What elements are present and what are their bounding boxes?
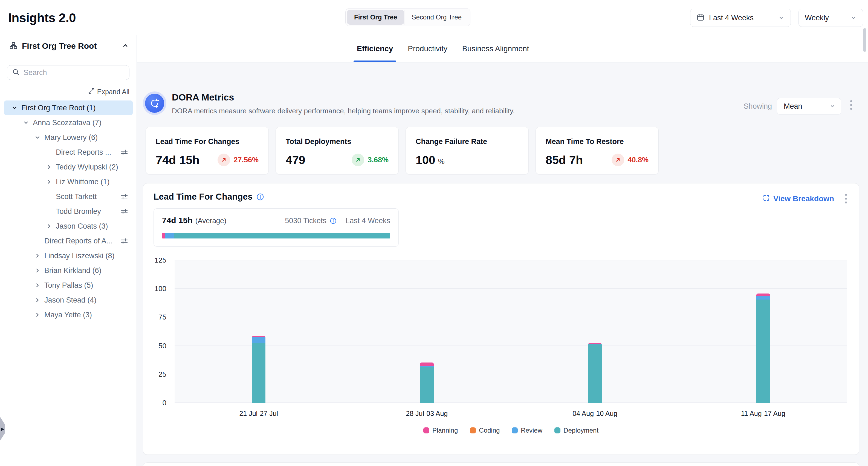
search-input[interactable] — [24, 68, 124, 77]
filter-sliders-icon[interactable] — [120, 207, 128, 215]
y-tick-label: 125 — [143, 256, 166, 264]
tree-item[interactable]: Scott Tarkett — [4, 189, 133, 204]
stacked-bar[interactable] — [588, 343, 602, 403]
chevron-icon[interactable] — [34, 312, 40, 318]
page-title: Insights 2.0 — [8, 10, 76, 25]
chevron-icon[interactable] — [34, 135, 40, 141]
legend-item-review[interactable]: Review — [512, 427, 542, 434]
tree-item-label: Direct Reports ... — [56, 148, 120, 156]
x-tick-label: 04 Aug-10 Aug — [572, 410, 617, 417]
tab-label: Efficiency — [357, 45, 393, 53]
date-range-dropdown[interactable]: Last 4 Weeks — [690, 9, 791, 27]
view-breakdown-label: View Breakdown — [773, 195, 834, 203]
chevron-icon[interactable] — [34, 267, 40, 273]
tree-item[interactable]: Liz Whittome (1) — [4, 174, 133, 189]
bar-segment-deployment — [252, 343, 266, 403]
tree-item[interactable]: Anna Scozzafava (7) — [4, 115, 133, 130]
metric-value-row: 479 3.68% — [286, 151, 389, 169]
legend-item-planning[interactable]: Planning — [423, 427, 458, 434]
showing-dropdown[interactable]: Mean — [777, 98, 841, 114]
chevron-icon[interactable] — [34, 282, 40, 288]
tree-item-label: Direct Reports of A... — [44, 237, 120, 245]
active-tab-underline — [353, 60, 396, 62]
tab-business-alignment[interactable]: Business Alignment — [461, 35, 530, 62]
chevron-icon[interactable] — [46, 223, 52, 229]
legend-swatch — [423, 428, 429, 433]
average-value: 74d 15h — [162, 216, 193, 225]
summary-segment-review — [165, 233, 174, 238]
chevron-icon[interactable] — [11, 105, 18, 111]
x-tick-label: 21 Jul-27 Jul — [239, 410, 278, 417]
tree-item[interactable]: Jason Stead (4) — [4, 293, 133, 308]
bar-segment-deployment — [588, 344, 602, 403]
chevron-icon[interactable] — [46, 179, 52, 185]
tree-item[interactable]: Brian Kirkland (6) — [4, 263, 133, 278]
chevron-icon[interactable] — [46, 164, 52, 170]
filter-sliders-icon[interactable] — [120, 148, 128, 156]
tree-item[interactable]: Direct Reports ... — [4, 145, 133, 159]
tree-item[interactable]: Teddy Wylupski (2) — [4, 159, 133, 174]
filter-sliders-icon[interactable] — [120, 237, 128, 245]
play-arrow-icon: ▶ — [1, 427, 4, 431]
tree-item[interactable]: Tony Pallas (5) — [4, 278, 133, 293]
expand-all-row: Expand All — [7, 88, 129, 96]
section-kebab-menu[interactable] — [843, 192, 848, 205]
expand-corners-icon — [763, 194, 770, 203]
expand-all-button[interactable]: Expand All — [88, 88, 129, 96]
info-icon[interactable] — [330, 217, 337, 224]
stacked-bar[interactable] — [420, 362, 434, 403]
y-tick-label: 100 — [143, 285, 166, 293]
tabs-bar: Efficiency Productivity Business Alignme… — [137, 35, 868, 62]
filter-sliders-icon[interactable] — [120, 193, 128, 201]
y-tick-label: 75 — [143, 313, 166, 321]
metric-value: 479 — [286, 153, 305, 167]
chevron-icon[interactable] — [34, 253, 40, 259]
section-header: Lead Time For Changes — [154, 192, 264, 202]
tree-item-label: Scott Tarkett — [56, 193, 120, 201]
trend-badge: 3.68% — [352, 154, 389, 166]
tab-efficiency[interactable]: Efficiency — [356, 35, 394, 62]
tree-item-label: Anna Scozzafava (7) — [33, 119, 133, 127]
legend-swatch — [470, 428, 476, 433]
tree-item[interactable]: First Org Tree Root (1) — [4, 100, 133, 115]
metric-cards-row: Lead Time For Changes 74d 15h 27.56% Tot… — [137, 127, 868, 174]
stacked-bar[interactable] — [252, 336, 266, 403]
legend-label: Coding — [479, 427, 500, 434]
vertical-scrollbar-thumb[interactable] — [863, 28, 866, 52]
search-icon — [12, 68, 20, 77]
stacked-bar-chart — [175, 260, 847, 403]
legend-swatch — [554, 428, 560, 433]
tree-item[interactable]: Jason Coats (3) — [4, 219, 133, 234]
bar-segment-planning — [756, 293, 770, 296]
view-breakdown-button[interactable]: View Breakdown — [763, 194, 834, 203]
tree-item-label: Brian Kirkland (6) — [44, 266, 133, 275]
gridline — [175, 288, 847, 289]
legend-item-coding[interactable]: Coding — [470, 427, 500, 434]
tree-item[interactable]: Mary Lowery (6) — [4, 130, 133, 145]
org-tree-toggle-option[interactable]: Second Org Tree — [404, 10, 469, 25]
summary-segment-planning — [162, 233, 165, 238]
chevron-icon[interactable] — [34, 297, 40, 303]
org-tree-toggle-option[interactable]: First Org Tree — [347, 10, 404, 25]
tree-item[interactable]: Todd Bromley — [4, 204, 133, 219]
org-tree-sidebar: First Org Tree Root Expand All — [0, 35, 137, 466]
date-range-value: Last 4 Weeks — [709, 14, 774, 22]
average-summary-card: 74d 15h (Average) 5030 Tickets Last 4 We… — [154, 208, 399, 247]
legend-item-deployment[interactable]: Deployment — [554, 427, 598, 434]
tab-productivity[interactable]: Productivity — [407, 35, 448, 62]
tree-item[interactable]: Maya Yette (3) — [4, 308, 133, 322]
collapse-chevron-up-icon[interactable] — [122, 42, 129, 50]
chevron-icon[interactable] — [23, 120, 29, 126]
tree-item[interactable]: Lindsay Liszewski (8) — [4, 248, 133, 263]
section-actions: View Breakdown — [763, 192, 848, 205]
stacked-bar[interactable] — [756, 293, 770, 403]
granularity-dropdown[interactable]: Weekly — [799, 9, 863, 27]
tree-item[interactable]: Direct Reports of A... — [4, 234, 133, 248]
dora-kebab-menu[interactable] — [848, 98, 854, 111]
sidebar-header: First Org Tree Root — [0, 35, 136, 57]
tree-item-label: Teddy Wylupski (2) — [56, 163, 133, 171]
info-icon[interactable] — [256, 193, 264, 201]
gridline — [175, 374, 847, 374]
tabs-row: Efficiency Productivity Business Alignme… — [356, 35, 530, 62]
expand-arrows-icon — [88, 88, 95, 96]
